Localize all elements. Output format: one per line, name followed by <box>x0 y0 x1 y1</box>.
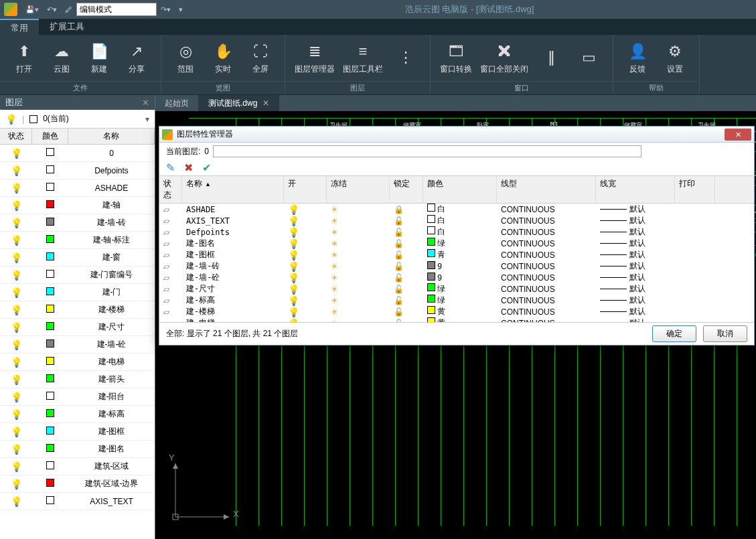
set-current-icon[interactable]: ✔ <box>202 161 211 174</box>
lock-icon[interactable]: 🔓 <box>394 239 404 248</box>
dialog-layer-row[interactable]: ▱建-电梯💡☀🔓 黄CONTINUOUS默认 <box>159 317 754 323</box>
cell-lineweight[interactable]: 默认 <box>596 306 675 317</box>
cell-color[interactable]: 白 <box>423 204 497 215</box>
cancel-button[interactable]: 取消 <box>703 325 747 342</box>
cell-color[interactable]: 9 <box>423 273 497 283</box>
ribbon-new-button[interactable]: 📄新建 <box>84 41 114 75</box>
layer-row[interactable]: 💡建-阳台 <box>0 388 155 406</box>
dialog-layer-row[interactable]: ▱建-墙-砼💡☀🔓 9CONTINUOUS默认 <box>159 272 754 283</box>
cell-lineweight[interactable]: 默认 <box>596 260 675 272</box>
freeze-icon[interactable]: ☀ <box>331 273 338 283</box>
hdr-on[interactable]: 开 <box>284 176 327 203</box>
dialog-layer-row[interactable]: ▱建-尺寸💡☀🔓 绿CONTINUOUS默认 <box>159 283 754 295</box>
freeze-icon[interactable]: ☀ <box>331 296 338 305</box>
layer-row[interactable]: 💡建-图框 <box>0 423 155 441</box>
doc-tab-start[interactable]: 起始页 <box>155 95 199 111</box>
layer-row[interactable]: 💡建-门窗编号 <box>0 266 155 284</box>
cell-linetype[interactable]: CONTINUOUS <box>497 296 596 305</box>
hdr-lock[interactable]: 锁定 <box>390 176 423 203</box>
qat-undo-icon[interactable]: ↶▾ <box>47 5 57 14</box>
cell-lineweight[interactable]: 默认 <box>596 283 675 295</box>
layer-row[interactable]: 💡建-箭头 <box>0 371 155 388</box>
hdr-freeze[interactable]: 冻结 <box>327 176 390 203</box>
lock-icon[interactable]: 🔓 <box>394 262 404 271</box>
ribbon-layer-more-button[interactable]: ⋮ <box>391 47 421 70</box>
layer-row[interactable]: 💡0 <box>0 145 155 162</box>
layer-row[interactable]: 💡ASHADE <box>0 179 155 197</box>
hdr-name[interactable]: 名称▲ <box>182 176 284 203</box>
qat-redo-icon[interactable]: ↷▾ <box>161 5 171 14</box>
cell-linetype[interactable]: CONTINUOUS <box>497 239 596 248</box>
layer-row[interactable]: 💡建-电梯 <box>0 354 155 371</box>
ribbon-win-closeall-button[interactable]: 🗙窗口全部关闭 <box>480 41 528 75</box>
qat-save-icon[interactable]: 💾▾ <box>25 5 39 14</box>
on-icon[interactable]: 💡 <box>288 273 299 283</box>
layer-row[interactable]: 💡建-标高 <box>0 406 155 423</box>
freeze-icon[interactable]: ☀ <box>331 239 338 248</box>
cell-color[interactable]: 绿 <box>423 238 497 249</box>
layer-row[interactable]: 💡建-窗 <box>0 249 155 266</box>
dialog-close-button[interactable]: ✕ <box>725 129 751 141</box>
qat-more-icon[interactable]: ▾ <box>179 5 183 14</box>
dialog-filter-input[interactable] <box>213 145 641 157</box>
freeze-icon[interactable]: ☀ <box>331 228 338 237</box>
lock-icon[interactable]: 🔓 <box>394 307 404 317</box>
cell-lineweight[interactable]: 默认 <box>596 226 675 238</box>
freeze-icon[interactable]: ☀ <box>331 307 338 317</box>
freeze-icon[interactable]: ☀ <box>331 216 338 226</box>
ribbon-settings-button[interactable]: ⚙设置 <box>660 41 690 75</box>
dialog-layer-row[interactable]: ▱建-图框💡☀🔓 青CONTINUOUS默认 <box>159 249 754 260</box>
ribbon-feedback-button[interactable]: 👤反馈 <box>623 41 652 75</box>
layer-row[interactable]: 💡建-轴 <box>0 197 155 214</box>
ribbon-pan-button[interactable]: ✋实时 <box>208 41 238 75</box>
on-icon[interactable]: 💡 <box>288 261 299 272</box>
tab-common[interactable]: 常用 <box>0 19 39 35</box>
on-icon[interactable]: 💡 <box>288 307 299 317</box>
lock-icon[interactable]: 🔓 <box>394 216 404 226</box>
cell-lineweight[interactable]: 默认 <box>596 204 675 215</box>
layer-row[interactable]: 💡建筑-区域-边界 <box>0 475 155 493</box>
cell-color[interactable]: 青 <box>423 249 497 260</box>
lock-icon[interactable]: 🔓 <box>394 228 404 237</box>
hdr-print[interactable]: 打印 <box>675 176 715 203</box>
layer-row[interactable]: 💡建-尺寸 <box>0 319 155 336</box>
on-icon[interactable]: 💡 <box>288 204 299 215</box>
freeze-icon[interactable]: ☀ <box>331 262 338 271</box>
ribbon-open-button[interactable]: ⬆打开 <box>9 41 39 75</box>
layer-row[interactable]: 💡Defpoints <box>0 162 155 179</box>
layer-row[interactable]: 💡AXIS_TEXT <box>0 493 155 510</box>
lock-icon[interactable]: 🔓 <box>394 296 404 305</box>
dialog-layer-row[interactable]: ▱AXIS_TEXT💡☀🔓 白CONTINUOUS默认 <box>159 215 754 226</box>
cell-linetype[interactable]: CONTINUOUS <box>497 262 596 271</box>
ribbon-extent-button[interactable]: ◎范围 <box>171 41 200 75</box>
cell-linetype[interactable]: CONTINUOUS <box>497 285 596 294</box>
hdr-lineweight[interactable]: 线宽 <box>596 176 675 203</box>
on-icon[interactable]: 💡 <box>288 295 299 306</box>
ribbon-win-tile-button[interactable]: ‖ <box>536 47 566 70</box>
ribbon-share-button[interactable]: ↗分享 <box>122 41 151 75</box>
lock-icon[interactable]: 🔒 <box>394 205 404 214</box>
cell-lineweight[interactable]: 默认 <box>596 249 675 260</box>
ribbon-win-casc-button[interactable]: ▭ <box>574 47 603 70</box>
freeze-icon[interactable]: ☀ <box>331 205 338 214</box>
cell-linetype[interactable]: CONTINUOUS <box>497 307 596 317</box>
cell-color[interactable]: 绿 <box>423 283 497 295</box>
dialog-layer-row[interactable]: ▱Defpoints💡☀🔓 白CONTINUOUS默认 <box>159 226 754 238</box>
cell-linetype[interactable]: CONTINUOUS <box>497 250 596 260</box>
ok-button[interactable]: 确定 <box>652 325 696 342</box>
on-icon[interactable]: 💡 <box>288 216 299 226</box>
cell-lineweight[interactable]: 默认 <box>596 238 675 249</box>
dialog-layer-row[interactable]: ▱ASHADE💡☀🔒 白CONTINUOUS默认 <box>159 204 754 215</box>
cell-lineweight[interactable]: 默认 <box>596 295 675 306</box>
dialog-layer-row[interactable]: ▱建-墙-砖💡☀🔓 9CONTINUOUS默认 <box>159 260 754 272</box>
lock-icon[interactable]: 🔓 <box>394 273 404 283</box>
dialog-layer-row[interactable]: ▱建-图名💡☀🔓 绿CONTINUOUS默认 <box>159 238 754 249</box>
cell-color[interactable]: 白 <box>423 215 497 226</box>
dialog-titlebar[interactable]: 图层特性管理器 ✕ <box>159 127 754 143</box>
cell-color[interactable]: 9 <box>423 261 497 271</box>
cell-linetype[interactable]: CONTINUOUS <box>497 228 596 237</box>
dropdown-icon[interactable]: ▾ <box>145 114 149 124</box>
new-layer-icon[interactable]: ✎ <box>166 161 175 174</box>
bulb-icon[interactable]: 💡 <box>5 114 17 125</box>
doc-tab-close-icon[interactable]: ✕ <box>262 98 269 108</box>
